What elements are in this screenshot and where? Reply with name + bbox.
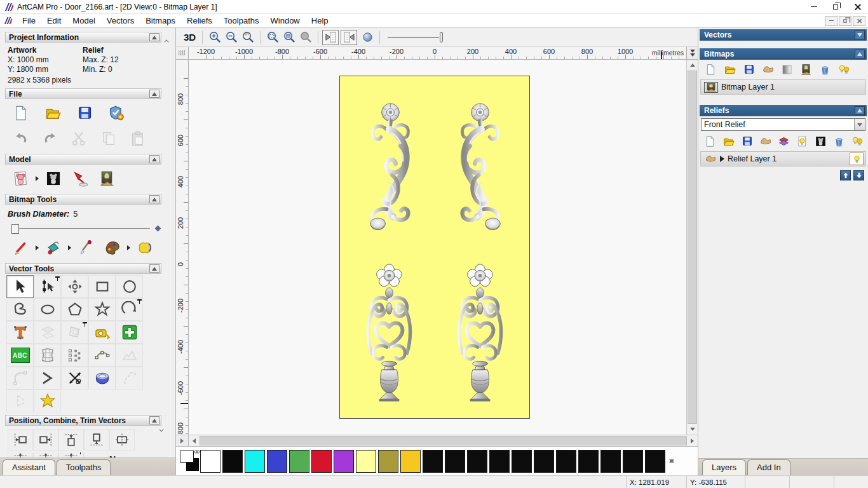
greyscale-bitmap-button[interactable]	[777, 62, 796, 77]
new-relief-layer-button[interactable]	[701, 133, 719, 149]
block-and-rotate-copy-tool[interactable]	[116, 321, 143, 344]
greyscale-from-model-button[interactable]	[8, 168, 34, 189]
wrap-text-tool[interactable]	[34, 321, 61, 344]
bitmap-layer-copy-button[interactable]	[796, 62, 815, 77]
mdi-close-button[interactable]	[853, 16, 865, 26]
ruler-corner-button[interactable]	[176, 47, 189, 59]
relief-layer-visibility-toggle[interactable]	[850, 152, 864, 165]
texture-paint-tool[interactable]	[132, 237, 158, 259]
vertical-scrollbar[interactable]	[686, 60, 698, 435]
zoom-previous-button[interactable]	[240, 30, 256, 45]
slider-handle[interactable]	[440, 32, 443, 43]
zoom-in-button[interactable]	[207, 30, 223, 45]
save-bitmap-layer-button[interactable]	[739, 62, 758, 77]
align-centre-button[interactable]	[109, 429, 135, 451]
tab-toolpaths[interactable]: Toolpaths	[57, 459, 111, 475]
palette-scroll-down-button[interactable]	[669, 463, 674, 474]
zoom-slider[interactable]	[388, 31, 448, 44]
colour-palette-tool[interactable]	[99, 237, 126, 259]
scroll-down-arrow[interactable]	[687, 424, 698, 435]
collapse-button[interactable]	[149, 195, 159, 203]
tab-layers[interactable]: Layers	[702, 459, 746, 475]
menu-toolpaths[interactable]: Toolpaths	[218, 15, 265, 27]
palette-swatch[interactable]	[645, 450, 665, 473]
mdi-minimize-button[interactable]	[825, 16, 837, 26]
palette-swatch[interactable]	[623, 450, 643, 473]
texture-relief-button[interactable]	[93, 168, 120, 189]
menu-file[interactable]: File	[17, 15, 41, 27]
free-curve-tool[interactable]	[116, 367, 143, 390]
flyout-arrow-icon[interactable]	[68, 245, 71, 250]
zoom-box-button[interactable]	[264, 30, 281, 45]
cut-button[interactable]	[66, 128, 93, 149]
create-rectangle-tool[interactable]	[88, 275, 116, 298]
collapse-button[interactable]	[149, 155, 159, 163]
primary-secondary-colour-indicator[interactable]	[179, 449, 200, 473]
undo-button[interactable]	[8, 128, 34, 149]
restore-button[interactable]	[825, 0, 846, 13]
paint-tool[interactable]	[8, 237, 34, 259]
load-bitmap-layer-button[interactable]	[720, 62, 739, 77]
fit-curve-tool[interactable]	[88, 344, 116, 367]
menu-window[interactable]: Window	[265, 15, 306, 27]
align-bottom-button[interactable]	[84, 429, 109, 451]
ruler-units-button[interactable]	[686, 47, 698, 59]
move-layer-down-button[interactable]	[853, 170, 864, 180]
canvas-viewport[interactable]	[189, 60, 686, 435]
relief-select-dropdown[interactable]: Front Relief	[701, 118, 865, 131]
palette-swatch[interactable]	[289, 450, 309, 473]
scroll-left-arrow[interactable]	[189, 435, 200, 446]
relief-from-bitmap-button[interactable]	[756, 133, 775, 149]
expand-button[interactable]	[855, 30, 865, 39]
palette-swatch[interactable]	[445, 450, 465, 473]
palette-swatch[interactable]	[578, 450, 599, 473]
minimize-button[interactable]	[803, 0, 825, 13]
scatter-copies-button[interactable]	[84, 452, 109, 458]
create-polyline-tool[interactable]	[6, 298, 34, 321]
palette-swatch[interactable]	[600, 450, 621, 473]
scroll-up-arrow[interactable]	[687, 60, 698, 71]
redo-button[interactable]	[37, 128, 64, 149]
zoom-object-button[interactable]	[297, 30, 314, 45]
flyout-arrow-icon[interactable]	[36, 245, 39, 250]
palette-swatch[interactable]	[245, 450, 265, 473]
palette-swatch[interactable]	[200, 450, 220, 473]
toggle-all-bitmap-visibility-button[interactable]	[834, 62, 853, 77]
fillet-arcs-tool[interactable]	[6, 367, 34, 390]
centre-horizontal-button[interactable]	[33, 452, 58, 458]
transform-vectors-tool[interactable]	[61, 275, 88, 298]
menu-reliefs[interactable]: Reliefs	[181, 15, 218, 27]
palette-swatch[interactable]	[489, 450, 510, 473]
menu-help[interactable]: Help	[306, 15, 334, 27]
palette-swatch[interactable]	[356, 450, 376, 473]
pick-colour-tool[interactable]	[72, 237, 99, 259]
toggle-all-relief-visibility-button[interactable]	[848, 133, 867, 149]
panel-scroll-up-button[interactable]	[161, 36, 172, 47]
create-polygon-tool[interactable]	[61, 298, 88, 321]
relief-preview-button[interactable]	[40, 168, 67, 189]
collapse-button[interactable]	[855, 106, 865, 115]
flyout-arrow-icon[interactable]	[36, 176, 39, 181]
save-model-button[interactable]	[71, 102, 98, 124]
previous-bitmap-layer-button[interactable]	[322, 30, 339, 45]
align-top-button[interactable]	[58, 429, 84, 451]
menu-vectors[interactable]: Vectors	[101, 15, 140, 27]
brush-diameter-slider[interactable]	[8, 224, 169, 234]
vector-texture-tool[interactable]	[34, 390, 61, 412]
palette-scroll-up-button[interactable]	[669, 449, 674, 460]
zoom-fit-button[interactable]	[281, 30, 297, 45]
scroll-right-arrow[interactable]	[687, 435, 698, 446]
create-text-tool[interactable]	[6, 321, 34, 344]
delete-relief-layer-button[interactable]	[830, 133, 848, 149]
create-ellipse-tool[interactable]	[34, 298, 61, 321]
centre-in-page-button[interactable]	[8, 452, 33, 458]
preview-button[interactable]	[359, 30, 376, 45]
spin-vectors-tool[interactable]	[88, 367, 116, 390]
palette-swatch[interactable]	[556, 450, 576, 473]
flyout-arrow-icon[interactable]	[127, 245, 130, 250]
horizontal-scroll-thumb[interactable]	[200, 436, 687, 445]
paste-button[interactable]	[125, 128, 151, 149]
text-block-tool[interactable]: ABC	[6, 344, 34, 367]
palette-swatch[interactable]	[534, 450, 554, 473]
new-bitmap-layer-button[interactable]	[701, 62, 720, 77]
